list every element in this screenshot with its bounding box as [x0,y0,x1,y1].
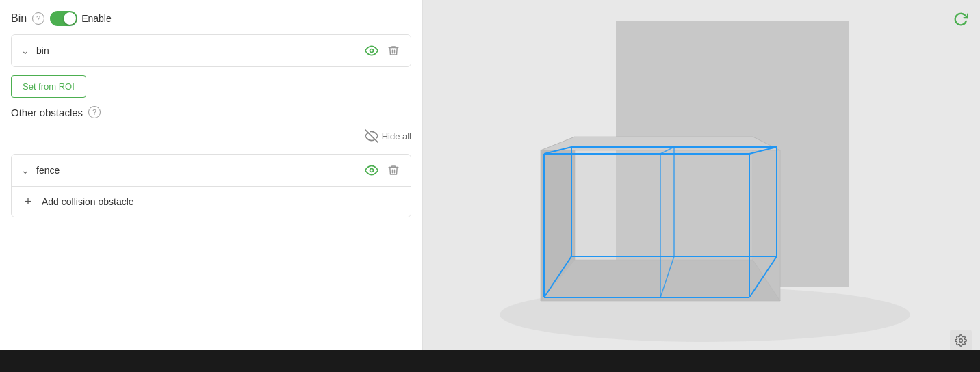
add-obstacle-row[interactable]: + Add collision obstacle [12,186,411,217]
fence-visibility-toggle[interactable] [364,163,379,178]
enable-label: Enable [81,13,112,24]
3d-viewport[interactable] [423,0,980,372]
3d-scene-svg [423,0,980,372]
other-obstacles-title: Other obstacles [11,107,83,118]
fence-chevron-icon[interactable]: ⌄ [21,165,29,176]
set-from-roi-button[interactable]: Set from ROI [11,75,86,98]
svg-point-2 [370,169,374,172]
settings-button[interactable] [950,330,972,351]
bin-header-row: Bin ? Enable [11,11,411,26]
bottom-bar [0,350,980,372]
add-obstacle-label: Add collision obstacle [42,196,134,207]
bin-visibility-toggle[interactable] [364,43,379,58]
hide-all-row: Hide all [11,127,411,146]
left-panel: Bin ? Enable ⌄ bin [0,0,423,372]
other-obstacles-help-icon[interactable]: ? [88,106,101,118]
plus-icon: + [21,195,35,209]
svg-point-27 [959,339,963,343]
refresh-button[interactable] [950,8,972,30]
svg-point-0 [370,49,374,53]
bin-list-item: ⌄ bin [12,35,411,66]
fence-item-name: fence [36,165,357,176]
obstacles-list-card: ⌄ fence + Add collision obstacle [11,154,411,217]
hide-all-icon [365,129,378,143]
bin-title: Bin [11,12,27,25]
fence-delete-button[interactable] [386,163,401,178]
toggle-container: Enable [50,11,112,26]
bin-item-name: bin [36,45,357,56]
fence-list-item: ⌄ fence [12,155,411,186]
bin-help-icon[interactable]: ? [32,12,44,25]
enable-toggle[interactable] [50,11,77,26]
hide-all-label: Hide all [382,131,411,142]
other-obstacles-section-header: Other obstacles ? [11,106,411,118]
bin-delete-button[interactable] [386,43,401,58]
svg-marker-9 [541,137,780,150]
bin-chevron-icon[interactable]: ⌄ [21,45,29,56]
bin-list-card: ⌄ bin [11,34,411,67]
hide-all-button[interactable]: Hide all [365,129,411,143]
